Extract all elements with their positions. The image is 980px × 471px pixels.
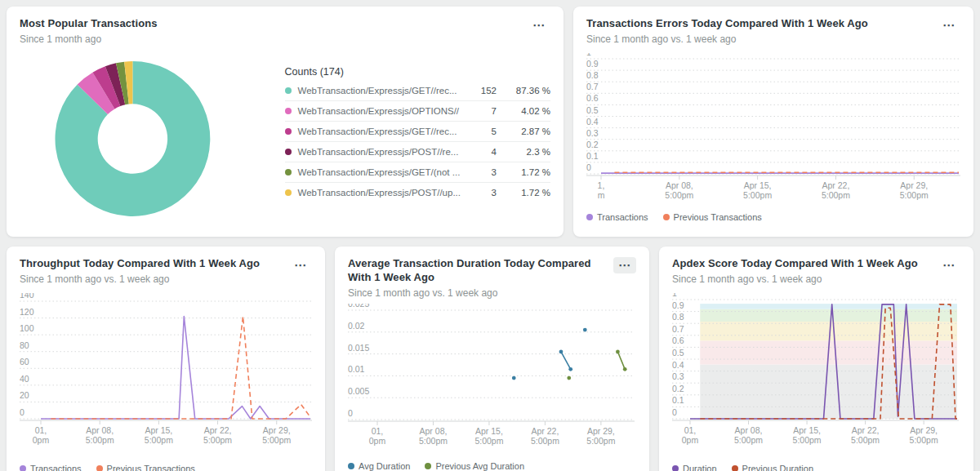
svg-text:0.7: 0.7 — [586, 82, 599, 91]
svg-text:5:00pm: 5:00pm — [586, 436, 615, 446]
table-row[interactable]: WebTransaction/Expressjs/GET/(not ...31.… — [285, 162, 550, 183]
legend-item[interactable]: Previous Transactions — [96, 464, 195, 471]
table-row[interactable]: WebTransaction/Expressjs/GET//rec...1528… — [285, 81, 550, 101]
svg-text:Apr 29,: Apr 29, — [587, 426, 615, 436]
transaction-percent: 1.72 % — [497, 167, 550, 177]
svg-text:0.9: 0.9 — [672, 300, 684, 309]
panel-menu-button[interactable]: ⋯ — [528, 17, 550, 33]
svg-text:Apr 22,: Apr 22, — [822, 180, 850, 190]
svg-text:0.005: 0.005 — [348, 386, 369, 396]
svg-text:0: 0 — [348, 408, 353, 418]
throughput-line-chart[interactable]: 14012010080604020001,0pmApr 08,5:00pmApr… — [20, 293, 312, 455]
svg-text:0: 0 — [672, 407, 677, 417]
svg-text:60: 60 — [20, 357, 29, 367]
svg-text:5:00pm: 5:00pm — [145, 435, 173, 445]
svg-text:5:00pm: 5:00pm — [474, 436, 503, 446]
svg-text:Apr 15,: Apr 15, — [793, 425, 821, 435]
legend-dot — [285, 169, 292, 176]
svg-text:Apr 29,: Apr 29, — [910, 425, 938, 435]
svg-text:0.1: 0.1 — [672, 395, 684, 405]
panel-menu-button[interactable]: ⋯ — [613, 257, 636, 273]
chart-legend: DurationPrevious Duration — [672, 464, 960, 471]
panel-title: Apdex Score Today Compared With 1 Week A… — [672, 257, 918, 271]
svg-text:5:00pm: 5:00pm — [203, 435, 232, 445]
svg-text:Apr 29,: Apr 29, — [900, 180, 928, 190]
legend-dot — [285, 128, 292, 135]
duration-scatter-chart[interactable]: 0.0250.020.0150.010.005001,0pmApr 08,5:0… — [348, 304, 635, 452]
legend-dot — [285, 108, 292, 114]
panel-subtitle: Since 1 month ago vs. 1 week ago — [672, 273, 918, 285]
svg-text:Apr 08,: Apr 08, — [86, 425, 114, 435]
chart-legend: TransactionsPrevious Transactions — [586, 212, 960, 222]
errors-line-chart[interactable]: 10.90.80.70.60.50.40.30.20.101,mApr 08,5… — [586, 53, 960, 203]
svg-text:5:00pm: 5:00pm — [822, 190, 850, 200]
transaction-count: 3 — [461, 188, 497, 198]
ellipsis-menu-icon: ⋯ — [532, 18, 546, 32]
ellipsis-menu-icon: ⋯ — [942, 258, 956, 272]
apdex-line-chart[interactable]: 10.90.80.70.60.50.40.30.20.1001,0pmApr 0… — [672, 293, 959, 455]
panel-title: Throughput Today Compared With 1 Week Ag… — [20, 257, 260, 271]
panel-title: Transactions Errors Today Compared With … — [586, 17, 868, 31]
legend-item[interactable]: Transactions — [586, 212, 648, 222]
svg-text:0.4: 0.4 — [586, 116, 599, 126]
svg-text:0.5: 0.5 — [586, 104, 599, 114]
svg-text:0.7: 0.7 — [672, 324, 684, 334]
table-row[interactable]: WebTransaction/Expressjs/POST//up...31.7… — [285, 183, 550, 203]
donut-chart[interactable] — [20, 55, 262, 223]
legend-dot — [285, 87, 292, 94]
svg-text:Apr 22,: Apr 22, — [852, 425, 880, 435]
page-title: Most Popular Transactions — [20, 17, 158, 31]
svg-text:5:00pm: 5:00pm — [793, 435, 822, 445]
svg-text:0pm: 0pm — [682, 435, 699, 445]
panel-most-popular-transactions: Most Popular Transactions Since 1 month … — [7, 7, 564, 237]
svg-text:Apr 08,: Apr 08, — [666, 180, 693, 190]
legend-dot — [96, 465, 103, 471]
panel-menu-button[interactable]: ⋯ — [289, 257, 312, 273]
transaction-count: 7 — [461, 106, 497, 116]
svg-text:m: m — [598, 190, 605, 200]
transaction-name: WebTransaction/Expressjs/GET//rec... — [298, 127, 461, 136]
svg-text:0.6: 0.6 — [586, 93, 599, 103]
legend-item[interactable]: Transactions — [20, 464, 82, 471]
transaction-count: 4 — [461, 147, 497, 157]
legend-item[interactable]: Avg Duration — [348, 461, 410, 471]
legend-item[interactable]: Duration — [672, 464, 717, 471]
svg-text:0.025: 0.025 — [348, 304, 369, 309]
svg-text:5:00pm: 5:00pm — [262, 435, 291, 445]
table-row[interactable]: WebTransaction/Expressjs/OPTIONS//74.02 … — [285, 101, 550, 122]
transaction-count: 152 — [461, 86, 497, 96]
legend-item[interactable]: Previous Duration — [732, 464, 813, 471]
svg-text:5:00pm: 5:00pm — [734, 435, 763, 445]
panel-menu-button[interactable]: ⋯ — [938, 17, 960, 33]
svg-text:0: 0 — [20, 407, 24, 417]
panel-menu-button[interactable]: ⋯ — [938, 257, 960, 273]
table-row[interactable]: WebTransaction/Expressjs/GET//rec...52.8… — [285, 122, 550, 142]
transaction-percent: 2.3 % — [497, 147, 550, 157]
svg-text:0.02: 0.02 — [348, 321, 365, 331]
table-row[interactable]: WebTransaction/Expressjs/POST//re...42.3… — [285, 142, 550, 162]
transaction-percent: 87.36 % — [497, 86, 550, 96]
transaction-name: WebTransaction/Expressjs/POST//re... — [298, 147, 461, 157]
svg-text:Apr 22,: Apr 22, — [204, 425, 232, 435]
legend-dot — [732, 465, 738, 471]
svg-text:1: 1 — [586, 53, 591, 57]
legend-dot — [285, 189, 292, 196]
svg-text:0.015: 0.015 — [348, 342, 369, 352]
legend-item[interactable]: Previous Avg Duration — [425, 461, 524, 471]
svg-text:Apr 08,: Apr 08, — [735, 425, 763, 435]
transaction-name: WebTransaction/Expressjs/OPTIONS// — [298, 106, 461, 116]
legend-dot — [20, 465, 26, 471]
chart-legend: TransactionsPrevious Transactions — [20, 464, 312, 471]
svg-text:Apr 22,: Apr 22, — [531, 426, 559, 436]
legend-item[interactable]: Previous Transactions — [663, 212, 762, 222]
transaction-name: WebTransaction/Expressjs/GET//rec... — [298, 86, 461, 96]
svg-text:5:00pm: 5:00pm — [910, 435, 938, 445]
svg-text:01,: 01, — [684, 425, 697, 435]
svg-text:80: 80 — [20, 340, 29, 350]
svg-text:0.2: 0.2 — [586, 140, 599, 149]
svg-text:0.8: 0.8 — [586, 70, 599, 80]
panel-title: Average Transaction Duration Today Compa… — [348, 257, 613, 285]
svg-text:5:00pm: 5:00pm — [531, 436, 559, 446]
legend-dot — [285, 149, 292, 155]
legend-dot — [663, 214, 670, 220]
